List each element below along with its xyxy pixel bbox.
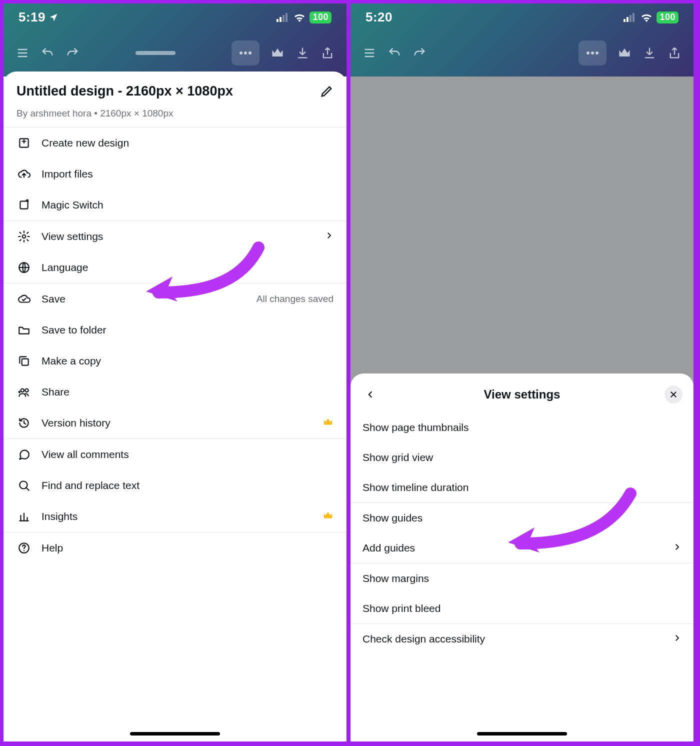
status-bar: 5:20 100 xyxy=(350,4,694,25)
wifi-icon xyxy=(294,13,306,22)
chevron-left-icon xyxy=(366,390,376,400)
menu-item-label: Save xyxy=(42,293,246,305)
globe-icon xyxy=(16,260,32,275)
chevron-right-icon xyxy=(324,230,334,242)
sheet-title: View settings xyxy=(380,388,664,402)
magic-icon xyxy=(16,198,32,212)
undo-icon[interactable] xyxy=(388,46,402,60)
design-menu-sheet: Untitled design - 2160px × 1080px By ars… xyxy=(4,72,346,742)
svg-rect-15 xyxy=(630,15,632,22)
download-icon[interactable] xyxy=(642,46,656,60)
more-options-button[interactable] xyxy=(578,40,606,66)
menu-item-insights[interactable]: Insights xyxy=(4,501,346,532)
menu-item-version-history[interactable]: Version history xyxy=(4,408,346,438)
menu-item-label: Create new design xyxy=(42,137,334,149)
redo-icon[interactable] xyxy=(66,46,80,60)
view-setting-show-page-thumbnails[interactable]: Show page thumbnails xyxy=(350,412,694,442)
view-setting-add-guides[interactable]: Add guides xyxy=(350,533,694,563)
svg-rect-1 xyxy=(280,17,282,22)
svg-rect-2 xyxy=(282,15,284,22)
menu-item-label: Insights xyxy=(42,510,312,522)
menu-item-import-files[interactable]: Import files xyxy=(4,158,346,190)
search-icon xyxy=(16,478,32,493)
location-arrow-icon xyxy=(48,12,58,22)
pencil-icon[interactable] xyxy=(320,84,334,98)
share-up-icon[interactable] xyxy=(320,46,334,60)
view-setting-label: Show grid view xyxy=(362,452,682,464)
canvas-dimmed: View settings Show page thumbnailsShow g… xyxy=(350,76,694,742)
view-setting-label: Show print bleed xyxy=(362,602,682,614)
crown-icon xyxy=(322,510,334,524)
menu-item-label: View all comments xyxy=(42,448,334,460)
menu-item-find-replace[interactable]: Find and replace text xyxy=(4,470,346,501)
editor-toolbar xyxy=(4,34,346,72)
menu-item-make-a-copy[interactable]: Make a copy xyxy=(4,346,346,376)
view-setting-label: Show guides xyxy=(362,512,682,524)
svg-rect-13 xyxy=(624,19,626,22)
redo-icon[interactable] xyxy=(412,46,426,60)
menu-item-view-settings[interactable]: View settings xyxy=(4,221,346,252)
view-setting-label: Show margins xyxy=(362,572,682,584)
home-indicator xyxy=(130,732,220,736)
wifi-icon xyxy=(640,13,652,22)
view-setting-show-timeline-duration[interactable]: Show timeline duration xyxy=(350,472,694,502)
view-setting-label: Check design accessibility xyxy=(362,633,672,645)
menu-item-label: Save to folder xyxy=(42,324,334,336)
svg-rect-5 xyxy=(20,201,28,208)
view-setting-show-grid-view[interactable]: Show grid view xyxy=(350,442,694,472)
crown-icon[interactable] xyxy=(618,46,632,60)
view-setting-check-accessibility[interactable]: Check design accessibility xyxy=(350,624,694,654)
back-button[interactable] xyxy=(362,386,380,404)
menu-item-help[interactable]: Help xyxy=(4,532,346,564)
chevron-right-icon xyxy=(672,542,682,554)
crown-icon[interactable] xyxy=(270,46,284,60)
view-setting-show-print-bleed[interactable]: Show print bleed xyxy=(350,594,694,624)
close-icon xyxy=(669,390,678,399)
chart-icon xyxy=(16,509,32,524)
share-people-icon xyxy=(16,384,32,400)
menu-item-save[interactable]: Save All changes saved xyxy=(4,284,346,314)
menu-item-label: View settings xyxy=(42,230,314,242)
more-options-button[interactable] xyxy=(232,40,260,66)
menu-item-share[interactable]: Share xyxy=(4,376,346,408)
menu-icon[interactable] xyxy=(16,46,30,60)
view-setting-label: Show page thumbnails xyxy=(362,422,682,434)
drag-handle[interactable] xyxy=(136,51,176,55)
svg-point-6 xyxy=(22,235,26,238)
svg-rect-16 xyxy=(632,13,634,22)
cellular-icon xyxy=(624,13,636,22)
folder-icon xyxy=(16,322,32,338)
share-up-icon[interactable] xyxy=(668,46,682,60)
menu-item-magic-switch[interactable]: Magic Switch xyxy=(4,190,346,220)
menu-item-view-all-comments[interactable]: View all comments xyxy=(4,439,346,470)
status-time: 5:20 xyxy=(366,10,392,25)
view-settings-sheet: View settings Show page thumbnailsShow g… xyxy=(350,374,694,742)
crown-icon xyxy=(322,416,334,430)
editor-toolbar xyxy=(350,34,694,72)
view-setting-show-guides[interactable]: Show guides xyxy=(350,503,694,533)
phone-right-screenshot: 5:20 100 View setting xyxy=(348,0,697,745)
cloud-check-icon xyxy=(16,292,32,306)
home-indicator xyxy=(477,732,567,736)
cloud-up-icon xyxy=(16,166,32,182)
comment-icon xyxy=(16,447,32,462)
menu-item-label: Help xyxy=(42,542,334,554)
cellular-icon xyxy=(276,13,290,22)
menu-item-label: Make a copy xyxy=(42,355,334,367)
undo-icon[interactable] xyxy=(40,46,54,60)
close-button[interactable] xyxy=(664,386,682,404)
download-icon[interactable] xyxy=(296,46,310,60)
battery-indicator: 100 xyxy=(656,12,678,24)
app-header: 5:19 100 xyxy=(4,4,346,76)
menu-item-language[interactable]: Language xyxy=(4,252,346,283)
svg-rect-8 xyxy=(22,359,28,366)
status-bar: 5:19 100 xyxy=(4,4,346,25)
menu-icon[interactable] xyxy=(362,46,376,60)
menu-item-save-to-folder[interactable]: Save to folder xyxy=(4,314,346,346)
help-icon xyxy=(16,540,32,556)
create-icon xyxy=(16,136,32,150)
menu-item-label: Language xyxy=(42,262,334,274)
menu-item-label: Find and replace text xyxy=(42,480,334,492)
menu-item-create-new-design[interactable]: Create new design xyxy=(4,128,346,158)
view-setting-show-margins[interactable]: Show margins xyxy=(350,564,694,594)
